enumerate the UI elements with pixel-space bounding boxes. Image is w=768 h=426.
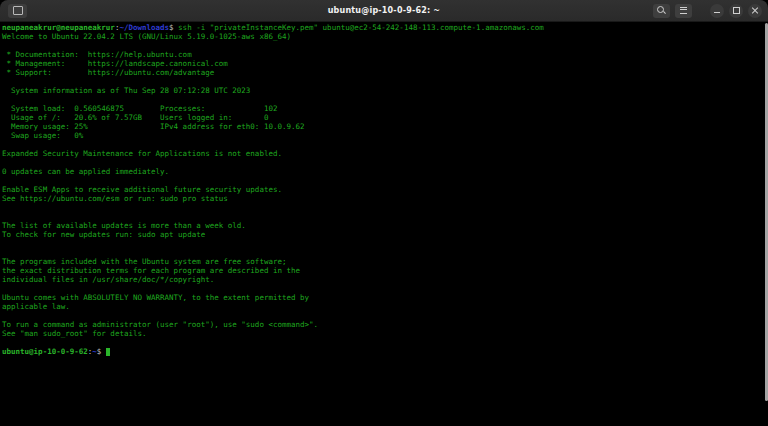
- search-button[interactable]: [653, 4, 670, 18]
- terminal-output-line: applicable law.: [0, 302, 768, 311]
- minimize-button[interactable]: [710, 4, 724, 18]
- search-icon: [657, 6, 664, 13]
- working-directory: ~/Downloads: [119, 23, 169, 32]
- terminal-output-line: See "man sudo_root" for details.: [0, 329, 768, 338]
- terminal-output-line: Memory usage: 25% IPv4 address for eth0:…: [0, 122, 768, 131]
- terminal-output-line: [0, 212, 768, 221]
- menu-button[interactable]: [675, 4, 692, 18]
- terminal-output-line: Ubuntu comes with ABSOLUTELY NO WARRANTY…: [0, 293, 768, 302]
- terminal-output-line: individual files in /usr/share/doc/*/cop…: [0, 275, 768, 284]
- maximize-icon: [733, 7, 740, 14]
- titlebar[interactable]: ubuntu@ip-10-0-9-62: ~: [0, 0, 768, 22]
- close-icon: [751, 7, 759, 15]
- terminal-app-icon[interactable]: [8, 4, 27, 18]
- terminal-output-line: [0, 284, 768, 293]
- terminal-output-line: [0, 41, 768, 50]
- terminal-content[interactable]: neupaneakrur@neupaneakrur:~/Downloads$ s…: [0, 22, 768, 426]
- window-glyph-icon: [13, 6, 23, 15]
- terminal-output-line: Enable ESM Apps to receive additional fu…: [0, 185, 768, 194]
- terminal-output-line: Expanded Security Maintenance for Applic…: [0, 149, 768, 158]
- terminal-output-line: [0, 203, 768, 212]
- terminal-output-line: Usage of /: 20.6% of 7.57GB Users logged…: [0, 113, 768, 122]
- terminal-output-line: [0, 338, 768, 347]
- shell-prompt-line: ubuntu@ip-10-0-9-62:~$: [0, 347, 768, 356]
- terminal-output-line: [0, 140, 768, 149]
- prompt-symbol: $: [169, 23, 178, 32]
- terminal-output-line: [0, 248, 768, 257]
- local-user-host: neupaneakrur@neupaneakrur: [2, 23, 115, 32]
- terminal-output-line: Swap usage: 0%: [0, 131, 768, 140]
- terminal-output-line: 0 updates can be applied immediately.: [0, 167, 768, 176]
- terminal-output-line: The programs included with the Ubuntu sy…: [0, 257, 768, 266]
- command-line: neupaneakrur@neupaneakrur:~/Downloads$ s…: [0, 23, 768, 32]
- terminal-output-line: [0, 239, 768, 248]
- close-button[interactable]: [748, 4, 762, 18]
- terminal-output-line: [0, 77, 768, 86]
- terminal-output-line: [0, 158, 768, 167]
- text-cursor: [106, 348, 111, 356]
- hamburger-menu-icon: [680, 7, 687, 14]
- terminal-output-line: Welcome to Ubuntu 22.04.2 LTS (GNU/Linux…: [0, 32, 768, 41]
- maximize-button[interactable]: [729, 4, 743, 18]
- terminal-window: ubuntu@ip-10-0-9-62: ~ neupaneakrur@neup…: [0, 0, 768, 426]
- terminal-output-line: To run a command as administrator (user …: [0, 320, 768, 329]
- terminal-output-line: [0, 95, 768, 104]
- terminal-output-line: See https://ubuntu.com/esm or run: sudo …: [0, 194, 768, 203]
- remote-user-host: ubuntu@ip-10-0-9-62: [2, 347, 88, 356]
- terminal-output-line: System load: 0.560546875 Processes: 102: [0, 104, 768, 113]
- terminal-output-line: * Support: https://ubuntu.com/advantage: [0, 68, 768, 77]
- terminal-output-line: * Documentation: https://help.ubuntu.com: [0, 50, 768, 59]
- terminal-output-line: System information as of Thu Sep 28 07:1…: [0, 86, 768, 95]
- ssh-command: ssh -i "privateInstanceKey.pem" ubuntu@e…: [178, 23, 544, 32]
- minimize-icon: [714, 12, 720, 13]
- terminal-output-line: To check for new updates run: sudo apt u…: [0, 230, 768, 239]
- terminal-output-line: [0, 311, 768, 320]
- terminal-output-line: * Management: https://landscape.canonica…: [0, 59, 768, 68]
- terminal-output-line: The list of available updates is more th…: [0, 221, 768, 230]
- prompt-symbol: $: [97, 347, 106, 356]
- terminal-output-line: the exact distribution terms for each pr…: [0, 266, 768, 275]
- terminal-output-line: [0, 176, 768, 185]
